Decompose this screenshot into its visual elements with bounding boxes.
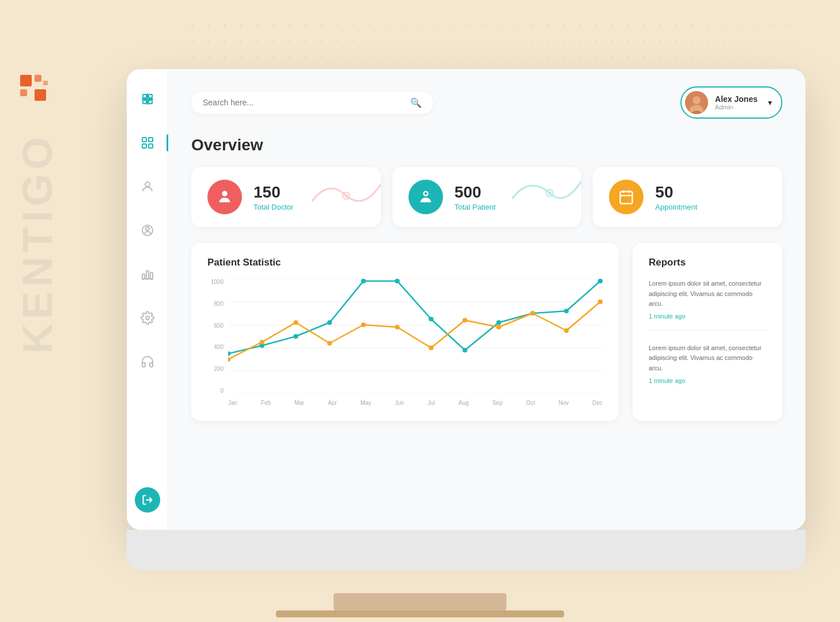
sidebar	[127, 69, 168, 530]
stat-card-doctor: 150 Total Doctor	[191, 167, 381, 227]
svg-rect-4	[43, 81, 48, 85]
svg-rect-3	[35, 89, 46, 101]
doctor-icon	[207, 180, 242, 214]
chart-x-labels: Jan Feb Mar Apr May Jun Jul Aug Sep Oct	[228, 400, 603, 406]
svg-rect-1	[35, 75, 41, 82]
sidebar-item-reports[interactable]	[135, 261, 160, 287]
svg-rect-6	[149, 94, 152, 98]
avatar	[685, 91, 708, 114]
stat-card-patient: 500 Total Patient	[392, 167, 582, 227]
search-bar[interactable]: 🔍	[191, 92, 433, 114]
patient-count: 500	[455, 183, 496, 202]
report-text-2: Lorem ipsum dolor sit amet, consectetur …	[649, 343, 766, 374]
logo-icon	[14, 69, 60, 115]
svg-rect-10	[149, 138, 153, 142]
reports-title: Reports	[649, 257, 766, 268]
search-input[interactable]	[203, 98, 410, 107]
report-item-1: Lorem ipsum dolor sit amet, consectetur …	[649, 279, 766, 331]
svg-point-54	[260, 340, 264, 344]
stat-info-doctor: 150 Total Doctor	[253, 183, 293, 211]
report-time-2: 1 minute ago	[649, 377, 766, 384]
svg-rect-2	[20, 89, 27, 96]
stat-info-appointment: 50 Appointment	[655, 183, 697, 211]
stat-info-patient: 500 Total Patient	[455, 183, 496, 211]
svg-point-45	[361, 279, 366, 283]
svg-rect-7	[143, 100, 146, 104]
svg-rect-5	[143, 94, 146, 98]
svg-point-55	[293, 320, 298, 325]
laptop-frame: 🔍 Alex Jones Admin	[127, 69, 805, 530]
chart-y-axis: 1000 800 600 400 200 0	[207, 279, 228, 394]
svg-point-63	[564, 328, 569, 333]
sidebar-item-patients[interactable]	[135, 218, 160, 243]
svg-point-26	[345, 194, 348, 198]
svg-point-51	[564, 309, 569, 313]
stats-row: 150 Total Doctor	[191, 167, 782, 227]
sidebar-item-support[interactable]	[135, 349, 160, 374]
svg-point-52	[598, 279, 603, 283]
svg-point-48	[463, 348, 467, 352]
user-info: Alex Jones Admin	[715, 94, 758, 111]
chart-content: Jan Feb Mar Apr May Jun Jul Aug Sep Oct	[228, 279, 603, 394]
user-profile[interactable]: Alex Jones Admin ▾	[680, 86, 782, 119]
svg-rect-9	[142, 138, 146, 142]
svg-point-41	[228, 351, 230, 356]
svg-point-43	[293, 334, 298, 339]
sidebar-item-settings[interactable]	[135, 305, 160, 331]
svg-point-44	[327, 320, 332, 325]
brand-text: KENTIGO	[14, 132, 61, 354]
svg-point-22	[693, 96, 701, 104]
svg-rect-31	[620, 192, 633, 204]
report-item-2: Lorem ipsum dolor sit amet, consectetur …	[649, 343, 766, 395]
logout-button[interactable]	[135, 487, 160, 513]
chart-panel: Patient Statistic 1000 800 600 400 200 0	[191, 243, 619, 421]
chart-title: Patient Statistic	[207, 257, 603, 268]
overview-title: Overview	[191, 136, 782, 154]
chart-wrapper: 1000 800 600 400 200 0	[207, 279, 603, 394]
sidebar-item-home[interactable]	[135, 86, 160, 112]
svg-point-28	[424, 192, 427, 195]
svg-rect-17	[146, 271, 149, 279]
laptop-stand	[334, 593, 506, 610]
svg-rect-0	[20, 75, 32, 86]
doctor-count: 150	[253, 183, 293, 202]
header: 🔍 Alex Jones Admin	[191, 86, 782, 119]
svg-point-61	[496, 325, 501, 329]
svg-rect-8	[149, 100, 152, 104]
laptop-screen: 🔍 Alex Jones Admin	[127, 69, 805, 530]
svg-point-15	[146, 227, 149, 230]
svg-point-59	[429, 346, 433, 350]
chart-svg	[228, 279, 603, 394]
svg-rect-12	[149, 144, 153, 148]
svg-point-47	[429, 317, 433, 321]
reports-panel: Reports Lorem ipsum dolor sit amet, cons…	[633, 243, 782, 421]
patient-label: Total Patient	[455, 203, 496, 211]
svg-point-60	[463, 318, 467, 323]
svg-point-58	[395, 325, 399, 329]
svg-point-62	[530, 311, 535, 316]
laptop-bottom-bar	[127, 530, 805, 570]
doctor-label: Total Doctor	[253, 203, 293, 211]
stat-card-appointment: 50 Appointment	[593, 167, 782, 227]
svg-point-64	[598, 299, 603, 304]
background-dots	[184, 17, 794, 69]
svg-point-46	[395, 279, 399, 283]
appointment-label: Appointment	[655, 203, 697, 211]
svg-point-49	[496, 320, 501, 325]
report-time-1: 1 minute ago	[649, 313, 766, 320]
main-content: 🔍 Alex Jones Admin	[168, 69, 805, 530]
bottom-section: Patient Statistic 1000 800 600 400 200 0	[191, 243, 782, 421]
user-name: Alex Jones	[715, 94, 758, 104]
chevron-down-icon: ▾	[768, 98, 772, 107]
svg-point-56	[327, 341, 332, 346]
appointment-count: 50	[655, 183, 697, 202]
appointment-icon	[609, 180, 644, 214]
svg-point-30	[548, 191, 551, 195]
sidebar-item-users[interactable]	[135, 174, 160, 199]
brand-area: KENTIGO	[0, 0, 75, 518]
svg-point-13	[145, 182, 150, 187]
report-text-1: Lorem ipsum dolor sit amet, consectetur …	[649, 279, 766, 309]
patient-icon	[408, 180, 443, 214]
search-icon: 🔍	[410, 97, 422, 108]
sidebar-item-dashboard[interactable]	[135, 130, 160, 156]
